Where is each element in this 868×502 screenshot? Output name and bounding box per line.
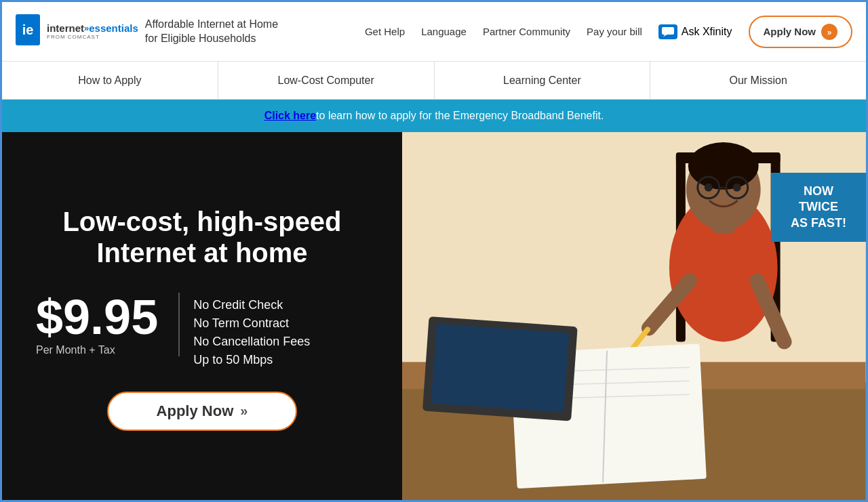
header-nav: Get Help Language Partner Community Pay … [365, 16, 852, 48]
feature-no-cancel: No Cancellation Fees [193, 335, 310, 349]
hero-section: Low-cost, high-speed Internet at home $9… [2, 132, 866, 502]
apply-now-hero-label: Apply Now [157, 402, 234, 420]
feature-no-credit: No Credit Check [193, 298, 310, 312]
nav-low-cost-computer[interactable]: Low-Cost Computer [218, 62, 435, 99]
apply-now-hero-arrows: » [240, 403, 248, 419]
feature-no-term: No Term Contract [193, 316, 310, 331]
nav-language[interactable]: Language [421, 26, 467, 37]
hero-title: Low-cost, high-speed Internet at home [36, 206, 368, 268]
svg-point-21 [733, 184, 741, 192]
apply-now-header-button[interactable]: Apply Now » [749, 16, 853, 48]
apply-now-hero-button[interactable]: Apply Now » [107, 392, 297, 431]
svg-rect-32 [431, 324, 569, 413]
apply-now-header-label: Apply Now [764, 26, 816, 37]
logo-subline: FROM COMCAST [47, 34, 138, 40]
apply-now-header-arrows: » [821, 24, 837, 40]
badge-line2: AS FAST! [785, 215, 852, 231]
logo-text: internet » essentials FROM COMCAST [47, 23, 138, 41]
logo-icon: ie [16, 14, 40, 49]
fast-badge: NOW TWICE AS FAST! [771, 173, 866, 242]
ask-xfinity-link[interactable]: Ask Xfinity [658, 24, 732, 39]
secondary-nav: How to Apply Low-Cost Computer Learning … [2, 62, 866, 100]
nav-how-to-apply[interactable]: How to Apply [2, 62, 218, 99]
hero-content: Low-cost, high-speed Internet at home $9… [2, 132, 402, 502]
logo-chevrons: » [84, 24, 89, 33]
hero-title-line2: Internet at home [96, 238, 307, 268]
hero-pricing: $9.95 Per Month + Tax No Credit Check No… [36, 293, 368, 367]
ask-xfinity-label: Ask Xfinity [682, 26, 732, 38]
logo: ie internet » essentials FROM COMCAST [16, 14, 138, 49]
svg-point-20 [705, 184, 713, 192]
features-list: No Credit Check No Term Contract No Canc… [193, 293, 310, 367]
nav-get-help[interactable]: Get Help [365, 26, 405, 37]
banner-text: to learn how to apply for the Emergency … [316, 110, 604, 122]
feature-speed: Up to 50 Mbps [193, 353, 310, 367]
svg-rect-2 [662, 27, 674, 35]
price-period: Per Month + Tax [36, 344, 115, 356]
header: ie internet » essentials FROM COMCAST Af… [2, 2, 866, 62]
nav-our-mission[interactable]: Our Mission [650, 62, 866, 99]
nav-partner-community[interactable]: Partner Community [483, 26, 570, 37]
nav-pay-bill[interactable]: Pay your bill [587, 26, 642, 37]
banner-click-here[interactable]: Click here [264, 110, 316, 122]
hero-title-line1: Low-cost, high-speed [62, 207, 341, 236]
svg-text:»: » [827, 28, 832, 37]
svg-text:ie: ie [22, 22, 34, 37]
logo-essentials: essentials [89, 23, 138, 35]
chat-icon [658, 24, 677, 39]
nav-learning-center[interactable]: Learning Center [435, 62, 651, 99]
price-amount: $9.95 [36, 293, 158, 341]
emergency-banner: Click here to learn how to apply for the… [2, 100, 866, 132]
header-tagline: Affordable Internet at Home for Eligible… [145, 18, 278, 46]
svg-marker-3 [663, 35, 667, 37]
badge-line1: NOW TWICE [785, 184, 852, 215]
logo-main-line: internet » essentials [47, 23, 138, 35]
logo-internet: internet [47, 23, 84, 35]
price-block: $9.95 Per Month + Tax [36, 293, 180, 356]
